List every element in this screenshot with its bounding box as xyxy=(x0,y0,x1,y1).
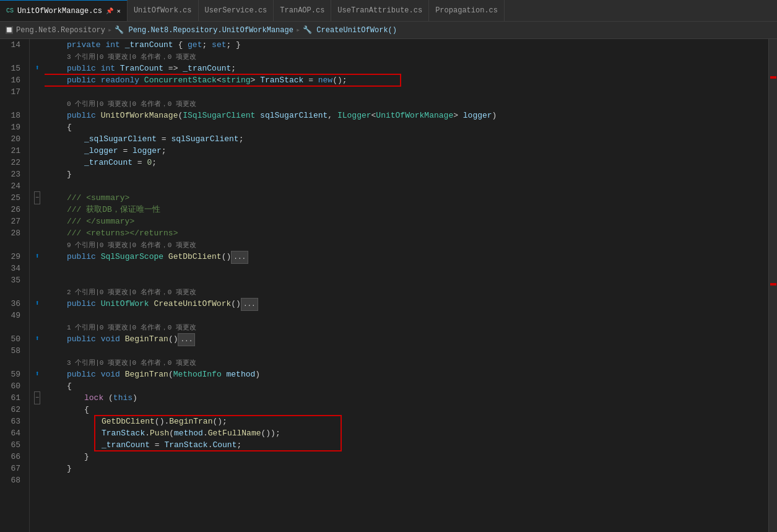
code-line: /// <summary> xyxy=(50,192,768,204)
collapse-icon[interactable]: − xyxy=(34,391,40,404)
close-icon[interactable]: ✕ xyxy=(117,7,121,15)
line-number: 29 xyxy=(0,251,24,263)
line-number: 60 xyxy=(0,380,24,392)
tab-userservice[interactable]: UserService.cs xyxy=(199,0,274,21)
code-area[interactable]: private int _tranCount { get; set; }3 个引… xyxy=(45,39,768,532)
gutter-cell xyxy=(30,310,45,321)
line-number: 14 xyxy=(0,39,24,51)
code-line: GetDbClient().BeginTran(); xyxy=(50,416,768,427)
line-number: 18 xyxy=(0,110,24,121)
line-number: 59 xyxy=(0,368,24,380)
up-arrow-icon: ⬆ xyxy=(35,251,39,263)
gutter-cell xyxy=(30,439,45,451)
gutter-cell xyxy=(30,133,45,145)
code-line xyxy=(50,310,768,321)
line-number: 61 xyxy=(0,392,24,404)
gutter-cell xyxy=(30,286,45,298)
gutter-cell xyxy=(30,274,45,286)
code-line: } xyxy=(50,168,768,180)
tab-pin-icon[interactable]: 📌 xyxy=(106,7,113,15)
code-line xyxy=(50,274,768,286)
gutter-cell: − xyxy=(30,192,45,204)
gutter-cell xyxy=(30,51,45,63)
gutter-cell xyxy=(30,474,45,486)
tab-unitofworkmanage[interactable]: CS UnitOfWorkManage.cs 📌 ✕ xyxy=(0,0,128,21)
code-line xyxy=(50,345,768,357)
gutter-cell: ⬆ xyxy=(30,333,45,345)
code-line: _logger = logger; xyxy=(50,145,768,157)
up-arrow-icon: ⬆ xyxy=(35,63,39,74)
gutter-cell xyxy=(30,427,45,439)
line-number: 17 xyxy=(0,86,24,98)
code-line: public readonly ConcurrentStack<string> … xyxy=(50,74,768,86)
line-number: 25 xyxy=(0,192,24,204)
line-numbers: 1415161718192021222324252627282934353649… xyxy=(0,39,30,532)
gutter-cell xyxy=(30,168,45,180)
code-line xyxy=(50,263,768,274)
line-number: 67 xyxy=(0,463,24,474)
ref-count-line: 3 个引用|0 项更改|0 名作者，0 项更改 xyxy=(50,357,768,368)
collapse-icon[interactable]: − xyxy=(34,191,40,204)
line-number: 21 xyxy=(0,145,24,157)
gutter-cell xyxy=(30,121,45,133)
line-number: 27 xyxy=(0,216,24,227)
gutter-cell xyxy=(30,463,45,474)
tab-label: Propagation.cs xyxy=(435,6,498,15)
ref-count-line: 0 个引用|0 项更改|0 名作者，0 项更改 xyxy=(50,98,768,110)
code-line: public SqlSugarScope GetDbClient()... xyxy=(50,251,768,263)
code-line: } xyxy=(50,463,768,474)
gutter-cell: ⬆ xyxy=(30,298,45,310)
ref-count-line: 9 个引用|0 项更改|0 名作者，0 项更改 xyxy=(50,239,768,251)
code-line: /// <returns></returns> xyxy=(50,227,768,239)
breadcrumb-sep1: ▸ xyxy=(108,25,112,35)
gutter-cell xyxy=(30,86,45,98)
line-number: 34 xyxy=(0,263,24,274)
code-line: public void BeginTran(MethodInfo method) xyxy=(50,368,768,380)
tab-unitofwork[interactable]: UnitOfWork.cs xyxy=(128,0,199,21)
code-line: { xyxy=(50,380,768,392)
breadcrumb-repo[interactable]: Peng.Net8.Repository xyxy=(16,26,105,35)
breadcrumb-method[interactable]: 🔧 CreateUnitOfWork() xyxy=(303,25,397,35)
line-number xyxy=(0,51,24,63)
repo-icon: 🔲 xyxy=(5,26,14,34)
gutter-cell xyxy=(30,345,45,357)
tab-label: UserService.cs xyxy=(205,6,267,15)
tab-tranaop[interactable]: TranAOP.cs xyxy=(274,0,331,21)
code-line: private int _tranCount { get; set; } xyxy=(50,39,768,51)
line-number: 65 xyxy=(0,439,24,451)
line-number: 49 xyxy=(0,310,24,321)
tab-propagation[interactable]: Propagation.cs xyxy=(429,0,505,21)
gutter-cell: ⬆ xyxy=(30,251,45,263)
right-scrollbar[interactable] xyxy=(768,39,777,532)
code-line xyxy=(50,86,768,98)
line-number: 62 xyxy=(0,404,24,416)
gutter-cell xyxy=(30,321,45,333)
gutter: ⬆−⬆⬆⬆⬆− xyxy=(30,39,45,532)
tab-usetranattribute[interactable]: UseTranAttribute.cs xyxy=(331,0,429,21)
code-line: public int TranCount => _tranCount; xyxy=(50,63,768,74)
line-number xyxy=(0,357,24,368)
line-number: 22 xyxy=(0,157,24,168)
tab-label: UseTranAttribute.cs xyxy=(337,6,422,15)
line-number: 23 xyxy=(0,168,24,180)
up-arrow-icon: ⬆ xyxy=(35,368,39,380)
gutter-cell xyxy=(30,380,45,392)
code-line: _tranCount = 0; xyxy=(50,157,768,168)
line-number: 36 xyxy=(0,298,24,310)
code-line: /// 获取DB，保证唯一性 xyxy=(50,204,768,216)
up-arrow-icon: ⬆ xyxy=(35,298,39,310)
line-number: 15 xyxy=(0,63,24,74)
editor-container: 1415161718192021222324252627282934353649… xyxy=(0,39,777,532)
line-number: 63 xyxy=(0,416,24,427)
gutter-cell xyxy=(30,204,45,216)
breadcrumb-sep2: ▸ xyxy=(296,25,300,35)
gutter-cell xyxy=(30,357,45,368)
code-line: { xyxy=(50,121,768,133)
gutter-cell xyxy=(30,157,45,168)
code-line: public UnitOfWorkManage(ISqlSugarClient … xyxy=(50,110,768,121)
breadcrumb-class[interactable]: 🔧 Peng.Net8.Repository.UnitOfWorkManage xyxy=(115,25,293,35)
code-line: public UnitOfWork CreateUnitOfWork()... xyxy=(50,298,768,310)
line-number xyxy=(0,239,24,251)
gutter-cell: ⬆ xyxy=(30,368,45,380)
line-number xyxy=(0,286,24,298)
